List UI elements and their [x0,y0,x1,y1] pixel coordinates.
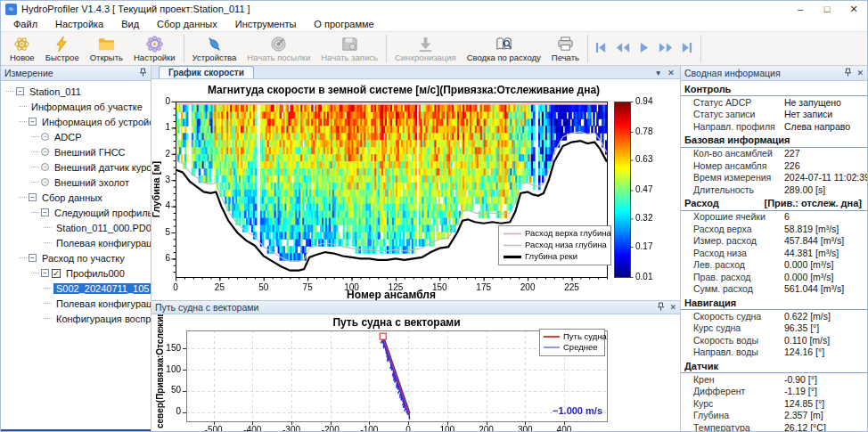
play-button[interactable] [634,32,655,65]
summary-row: Температура26.12 [°C] [681,421,867,432]
folder-icon [98,36,115,53]
ship-track-chart[interactable] [151,314,680,432]
summary-row-label: Направл. профиля [681,121,784,132]
tree-item[interactable]: −Информация об устройствах [1,114,151,129]
close-button[interactable]: ✕ [840,4,867,15]
tree-connector [19,257,27,258]
tree-item[interactable]: −ADCP [1,129,151,144]
velocity-magnitude-heatmap[interactable] [151,79,680,300]
rewind-icon [616,41,630,57]
window-title: HydroProfiler V1.4.3 [ Текущий проект:St… [21,4,250,14]
tree-item-label: Полевая конфигурация [53,298,151,309]
section-header: Датчик [681,359,867,373]
tree-item[interactable]: −✓Профиль000 [1,265,151,281]
tree-item[interactable]: S002_20240711_105 [1,281,151,296]
tree-item[interactable]: −Расход по участку [1,250,151,265]
gear-icon [146,36,163,53]
tree-item[interactable]: Station_011_000.PD0 [1,220,151,235]
menu-item[interactable]: Инструменты [226,19,306,29]
tree-connector [44,227,52,228]
menu-bar: ФайлНастройкаВидСбор данныхИнструментыО … [1,17,867,31]
print-button[interactable]: Печать [546,32,585,65]
tree-item[interactable]: −Внешний ГНСС [1,144,151,159]
pin-icon[interactable] [657,302,665,313]
tree-connector [31,212,39,213]
expander-minus-icon[interactable]: − [29,193,37,201]
print-label: Печать [552,53,579,62]
tree-item[interactable]: Конфигурация воспроизведения [1,311,151,326]
section-title-suffix: [Прив.: отслеж. дна] [764,198,864,208]
menu-item[interactable]: Вид [112,19,148,29]
new-button[interactable]: Новое [4,32,40,65]
pin-icon[interactable] [139,68,147,78]
summary-row-value: 226 [784,160,800,171]
checkbox[interactable]: ✓ [52,269,61,278]
summary-row: Курс судна96.35 [°] [681,322,867,335]
section-header: Навигация [681,296,867,310]
summary-row-label: Курс судна [681,322,784,333]
discharge-summary-button[interactable]: Сводка по расходу [462,32,546,65]
close-icon[interactable]: ✕ [669,303,676,312]
fast-forward-icon [659,41,673,57]
tree-item-label: Расход по участку [39,253,127,264]
quick-button[interactable]: Быстрое [40,32,85,65]
skip-end-button[interactable] [676,32,698,65]
printer-icon [557,36,574,53]
expander-minus-icon[interactable]: − [41,208,49,216]
expander-minus-icon[interactable]: − [29,254,37,262]
summary-row-label: Крен [681,374,784,385]
tree-item-label: Информация об участке [29,102,145,112]
devices-button[interactable]: Устройства [187,32,242,65]
summary-row-label: Температура [681,422,784,432]
discharge-summary-label: Сводка по расходу [467,53,541,62]
settings-button[interactable]: Настройки [128,32,181,65]
tree-item[interactable]: −Station_011 [1,84,151,99]
menu-item[interactable]: Настройка [46,19,112,29]
tree-item[interactable]: Полевая конфигурация [1,235,151,250]
settings-label: Настройки [134,53,176,62]
tree-item-label: Station_011 [27,86,84,97]
expander-minus-icon[interactable]: − [41,269,49,277]
summary-row-label: Расход верха [681,224,784,234]
chevron-down-icon[interactable]: ▾ [656,68,660,77]
rewind-button[interactable] [612,32,634,65]
devices-label: Устройства [192,53,237,62]
tree-item[interactable]: −Внешний эхолот [1,175,151,190]
maximize-button[interactable]: □ [814,4,840,15]
app-window: ≈ HydroProfiler V1.4.3 [ Текущий проект:… [0,0,868,432]
summary-row: Дифферент-1.19 [°] [681,386,867,398]
report-icon [495,36,512,53]
close-icon[interactable]: ✕ [667,68,675,77]
measurement-tree: −Station_011Информация об участке−Информ… [1,81,151,426]
summary-row-label: Время измерения [681,172,784,183]
tree-item[interactable]: Информация об участке [1,99,151,114]
menu-item[interactable]: О программе [305,19,382,29]
section-header: Контроль [681,82,867,96]
tree-item[interactable]: −Внешний датчик курса [1,159,151,175]
tab-velocity-graph-label: График скорости [168,68,244,77]
summary-row-label: Лев. расход [681,259,784,270]
tree-item[interactable]: Полевая конфигурация [1,296,151,311]
skip-start-button[interactable] [591,32,612,65]
tab-velocity-graph[interactable]: График скорости [159,66,254,78]
fast-forward-button[interactable] [655,32,676,65]
summary-row-value: 44.381 [m³/s] [784,248,839,258]
tree-item[interactable]: −Следующий профиль [1,205,151,220]
menu-item[interactable]: Сбор данных [148,19,226,29]
summary-row-label: Скорость воды [681,335,784,346]
expander-minus-icon[interactable]: − [29,118,37,126]
summary-panel-title: Сводная информация [684,68,781,78]
tree-item[interactable]: −Сбор данных [1,190,151,205]
app-icon: ≈ [5,4,17,15]
expander-minus-icon[interactable]: − [16,87,24,95]
summary-row-value: 561.044 [m³/s] [784,283,844,294]
summary-row-value: -1.19 [°] [784,386,817,396]
menu-item[interactable]: Файл [4,19,46,29]
summary-row-value: 0.000 [m³/s] [784,272,833,282]
pin-icon[interactable] [844,68,852,78]
minimize-button[interactable]: – [787,4,814,15]
summary-row: Измер. расход457.844 [m³/s] [681,235,867,248]
close-icon[interactable]: ✕ [856,69,864,77]
open-button[interactable]: Открыть [85,32,128,65]
chart-tab-bar: График скорости ▾ ✕ [151,66,680,79]
